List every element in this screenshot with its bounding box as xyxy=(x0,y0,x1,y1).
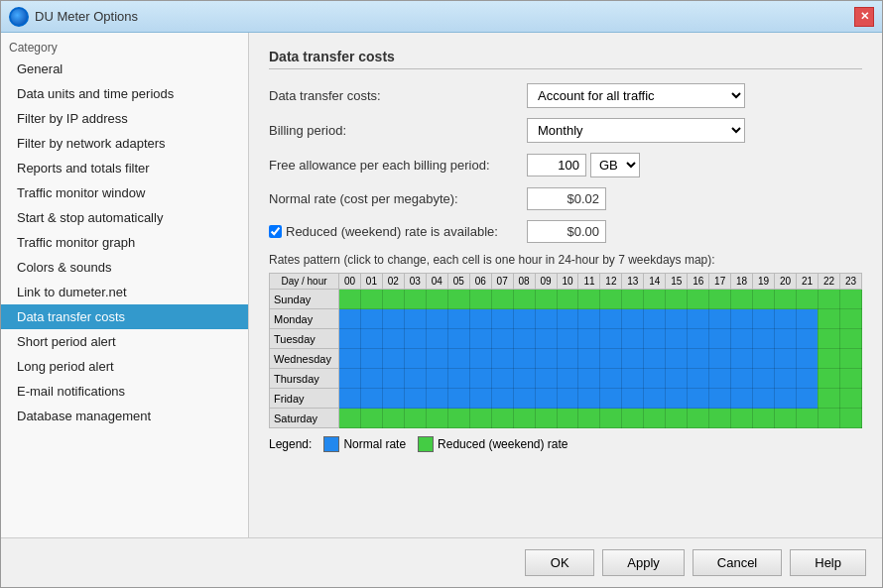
grid-cell-monday-4[interactable] xyxy=(426,309,447,329)
grid-cell-tuesday-12[interactable] xyxy=(600,329,622,349)
grid-cell-tuesday-3[interactable] xyxy=(404,329,426,349)
grid-cell-sunday-9[interactable] xyxy=(535,290,557,309)
grid-cell-wednesday-9[interactable] xyxy=(535,349,557,369)
sidebar-item-general[interactable]: General xyxy=(1,57,248,81)
sidebar-item-long-period[interactable]: Long period alert xyxy=(1,354,248,379)
grid-cell-saturday-6[interactable] xyxy=(469,409,491,428)
grid-cell-monday-14[interactable] xyxy=(644,309,666,329)
grid-cell-friday-7[interactable] xyxy=(491,389,513,409)
grid-cell-saturday-11[interactable] xyxy=(578,409,600,428)
sidebar-item-traffic-graph[interactable]: Traffic monitor graph xyxy=(1,230,248,255)
grid-cell-friday-17[interactable] xyxy=(709,389,731,409)
grid-cell-friday-23[interactable] xyxy=(839,389,861,409)
grid-cell-sunday-19[interactable] xyxy=(753,290,775,309)
grid-cell-friday-5[interactable] xyxy=(447,389,469,409)
grid-cell-tuesday-18[interactable] xyxy=(731,329,753,349)
grid-cell-monday-7[interactable] xyxy=(491,309,513,329)
grid-cell-tuesday-19[interactable] xyxy=(753,329,775,349)
grid-cell-sunday-14[interactable] xyxy=(644,290,666,309)
grid-cell-saturday-22[interactable] xyxy=(818,409,839,428)
sidebar-item-link[interactable]: Link to dumeter.net xyxy=(1,280,248,304)
grid-cell-monday-19[interactable] xyxy=(753,309,775,329)
grid-cell-friday-10[interactable] xyxy=(557,389,578,409)
free-allowance-input[interactable] xyxy=(527,154,586,176)
grid-cell-monday-13[interactable] xyxy=(622,309,644,329)
sidebar-item-data-transfer[interactable]: Data transfer costs xyxy=(1,304,248,329)
grid-cell-saturday-13[interactable] xyxy=(622,409,644,428)
grid-cell-saturday-0[interactable] xyxy=(339,409,361,428)
grid-cell-thursday-3[interactable] xyxy=(404,369,426,389)
grid-cell-wednesday-2[interactable] xyxy=(382,349,404,369)
grid-cell-sunday-13[interactable] xyxy=(622,290,644,309)
grid-cell-tuesday-15[interactable] xyxy=(666,329,688,349)
grid-cell-thursday-7[interactable] xyxy=(491,369,513,389)
grid-cell-tuesday-9[interactable] xyxy=(535,329,557,349)
grid-cell-friday-3[interactable] xyxy=(404,389,426,409)
grid-cell-saturday-4[interactable] xyxy=(426,409,447,428)
grid-cell-friday-11[interactable] xyxy=(578,389,600,409)
grid-cell-friday-6[interactable] xyxy=(469,389,491,409)
grid-cell-saturday-12[interactable] xyxy=(600,409,622,428)
grid-cell-monday-16[interactable] xyxy=(688,309,709,329)
grid-cell-friday-4[interactable] xyxy=(426,389,447,409)
grid-cell-tuesday-14[interactable] xyxy=(644,329,666,349)
grid-cell-monday-10[interactable] xyxy=(557,309,578,329)
grid-cell-wednesday-23[interactable] xyxy=(839,349,861,369)
grid-cell-tuesday-8[interactable] xyxy=(513,329,535,349)
grid-cell-tuesday-6[interactable] xyxy=(469,329,491,349)
grid-cell-thursday-9[interactable] xyxy=(535,369,557,389)
grid-cell-saturday-15[interactable] xyxy=(666,409,688,428)
grid-cell-sunday-6[interactable] xyxy=(469,290,491,309)
grid-cell-friday-15[interactable] xyxy=(666,389,688,409)
grid-cell-wednesday-18[interactable] xyxy=(731,349,753,369)
grid-cell-sunday-4[interactable] xyxy=(426,290,447,309)
grid-cell-thursday-12[interactable] xyxy=(600,369,622,389)
grid-cell-monday-0[interactable] xyxy=(339,309,361,329)
grid-cell-thursday-10[interactable] xyxy=(557,369,578,389)
close-button[interactable]: ✕ xyxy=(854,7,874,27)
grid-cell-thursday-22[interactable] xyxy=(818,369,839,389)
grid-cell-friday-22[interactable] xyxy=(818,389,839,409)
grid-cell-thursday-18[interactable] xyxy=(731,369,753,389)
grid-cell-wednesday-17[interactable] xyxy=(709,349,731,369)
grid-cell-sunday-20[interactable] xyxy=(775,290,797,309)
grid-cell-monday-17[interactable] xyxy=(709,309,731,329)
grid-cell-thursday-14[interactable] xyxy=(644,369,666,389)
grid-cell-sunday-21[interactable] xyxy=(797,290,819,309)
grid-cell-monday-9[interactable] xyxy=(535,309,557,329)
grid-cell-monday-12[interactable] xyxy=(600,309,622,329)
grid-cell-tuesday-5[interactable] xyxy=(447,329,469,349)
grid-cell-saturday-8[interactable] xyxy=(513,409,535,428)
sidebar-item-filter-ip[interactable]: Filter by IP address xyxy=(1,106,248,131)
grid-cell-thursday-1[interactable] xyxy=(360,369,382,389)
grid-cell-thursday-4[interactable] xyxy=(426,369,447,389)
grid-cell-saturday-7[interactable] xyxy=(491,409,513,428)
grid-cell-wednesday-5[interactable] xyxy=(447,349,469,369)
grid-cell-tuesday-13[interactable] xyxy=(622,329,644,349)
grid-cell-saturday-16[interactable] xyxy=(688,409,709,428)
grid-cell-wednesday-15[interactable] xyxy=(666,349,688,369)
sidebar-item-reports[interactable]: Reports and totals filter xyxy=(1,156,248,180)
grid-cell-thursday-5[interactable] xyxy=(447,369,469,389)
grid-cell-tuesday-1[interactable] xyxy=(360,329,382,349)
grid-cell-wednesday-14[interactable] xyxy=(644,349,666,369)
reduced-rate-checkbox[interactable] xyxy=(269,225,282,238)
grid-cell-monday-21[interactable] xyxy=(797,309,819,329)
grid-cell-friday-1[interactable] xyxy=(360,389,382,409)
grid-cell-sunday-16[interactable] xyxy=(688,290,709,309)
grid-cell-thursday-16[interactable] xyxy=(688,369,709,389)
grid-cell-saturday-3[interactable] xyxy=(404,409,426,428)
grid-cell-thursday-0[interactable] xyxy=(339,369,361,389)
grid-cell-sunday-17[interactable] xyxy=(709,290,731,309)
grid-cell-wednesday-7[interactable] xyxy=(491,349,513,369)
grid-cell-monday-5[interactable] xyxy=(447,309,469,329)
grid-cell-thursday-21[interactable] xyxy=(797,369,819,389)
grid-cell-thursday-23[interactable] xyxy=(839,369,861,389)
grid-cell-monday-20[interactable] xyxy=(775,309,797,329)
grid-cell-thursday-11[interactable] xyxy=(578,369,600,389)
grid-cell-thursday-15[interactable] xyxy=(666,369,688,389)
grid-cell-saturday-19[interactable] xyxy=(753,409,775,428)
grid-cell-sunday-15[interactable] xyxy=(666,290,688,309)
grid-cell-tuesday-4[interactable] xyxy=(426,329,447,349)
grid-cell-monday-3[interactable] xyxy=(404,309,426,329)
